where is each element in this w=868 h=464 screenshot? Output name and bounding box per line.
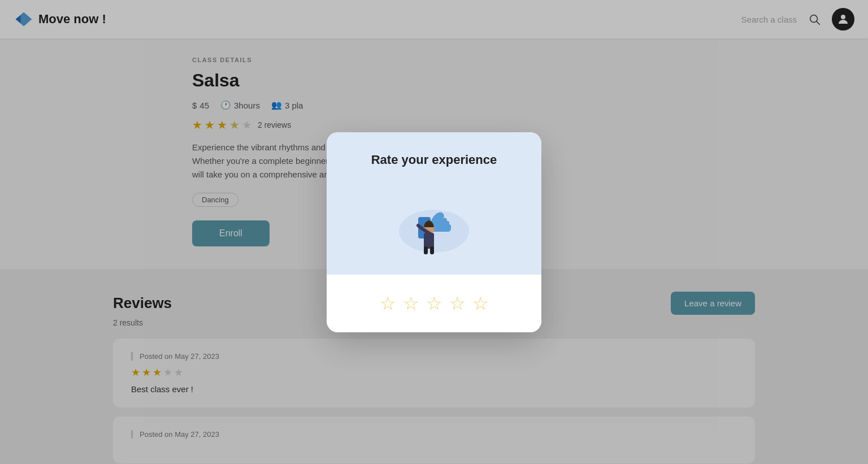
modal-illustration [389, 183, 479, 257]
modal-star-2[interactable]: ☆ [403, 293, 419, 314]
modal-star-4[interactable]: ☆ [449, 293, 466, 314]
modal-star-1[interactable]: ☆ [380, 293, 396, 314]
modal-title: Rate your experience [371, 153, 497, 167]
rating-modal: Rate your experience [327, 132, 541, 332]
modal-star-5[interactable]: ☆ [472, 293, 489, 314]
modal-star-3[interactable]: ☆ [426, 293, 442, 314]
modal-rating-stars[interactable]: ☆ ☆ ☆ ☆ ☆ [380, 293, 489, 314]
modal-bottom: ☆ ☆ ☆ ☆ ☆ [327, 275, 541, 332]
modal-top: Rate your experience [327, 132, 541, 275]
modal-overlay[interactable]: Rate your experience [0, 0, 868, 464]
svg-rect-9 [430, 246, 434, 254]
svg-rect-7 [424, 233, 434, 249]
svg-rect-8 [424, 246, 428, 254]
thumbs-up-illustration [389, 183, 479, 257]
